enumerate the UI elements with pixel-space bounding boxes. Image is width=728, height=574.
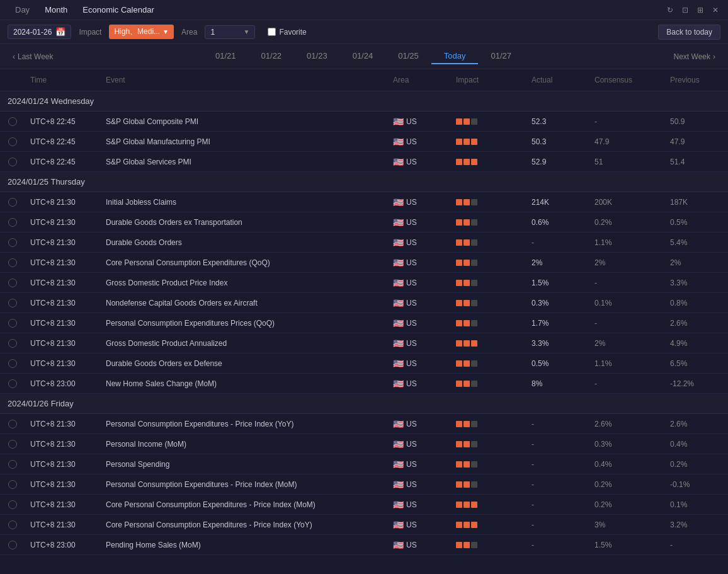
favorite-checkbox[interactable] <box>268 28 276 36</box>
refresh-icon[interactable]: ↻ <box>665 5 675 15</box>
row-actual: 1.5% <box>526 276 589 290</box>
row-impact <box>451 156 526 168</box>
calendar-icon: 📅 <box>55 27 65 37</box>
table-row[interactable]: UTC+8 22:45 S&P Global Services PMI 🇺🇸 U… <box>0 152 728 172</box>
area-select[interactable]: 1 ▼ <box>205 25 255 39</box>
impact-bar <box>464 199 470 205</box>
table-row[interactable]: UTC+8 21:30 Personal Spending 🇺🇸 US - 0.… <box>0 454 728 474</box>
row-time: UTC+8 21:30 <box>25 336 101 350</box>
row-time: UTC+8 23:00 <box>25 377 101 391</box>
row-event: New Home Sales Change (MoM) <box>101 377 388 391</box>
table-row[interactable]: UTC+8 21:30 Durable Goods Orders ex Defe… <box>0 353 728 374</box>
table-row[interactable]: UTC+8 22:45 S&P Global Composite PMI 🇺🇸 … <box>0 112 728 132</box>
nav-date-01-25[interactable]: 01/25 <box>385 49 431 64</box>
country-flag: 🇺🇸 <box>393 137 404 147</box>
restore-icon[interactable]: ⊡ <box>680 5 690 15</box>
impact-bar <box>456 441 462 447</box>
prev-week-button[interactable]: ‹ Last Week <box>8 50 58 64</box>
table-row[interactable]: UTC+8 21:30 Personal Consumption Expendi… <box>0 313 728 333</box>
table-row[interactable]: UTC+8 21:30 Initial Jobless Claims 🇺🇸 US… <box>0 192 728 212</box>
col-previous: Previous <box>665 73 728 87</box>
row-consensus: 3% <box>589 518 665 532</box>
area-code: US <box>406 218 417 227</box>
nav-date-01-27[interactable]: 01/27 <box>478 49 524 64</box>
impact-bar <box>456 522 462 528</box>
table-row[interactable]: UTC+8 21:30 Nondefense Capital Goods Ord… <box>0 293 728 313</box>
row-icon <box>0 296 25 310</box>
impact-bar <box>456 461 462 468</box>
next-week-button[interactable]: Next Week › <box>669 50 720 64</box>
row-area: 🇺🇸 US <box>388 477 451 492</box>
area-code: US <box>406 379 417 388</box>
row-time: UTC+8 21:30 <box>25 417 101 431</box>
country-flag: 🇺🇸 <box>393 217 404 227</box>
row-impact <box>451 277 526 289</box>
impact-bar <box>471 199 477 205</box>
nav-date-01-24[interactable]: 01/24 <box>340 49 386 64</box>
row-circle-icon <box>8 500 17 509</box>
row-consensus: 0.3% <box>589 437 665 451</box>
row-area: 🇺🇸 US <box>388 497 451 512</box>
row-impact <box>451 499 526 510</box>
col-impact: Impact <box>451 73 526 87</box>
impact-bar <box>471 461 477 468</box>
row-event: Gross Domestic Product Price Index <box>101 276 388 290</box>
table-row[interactable]: UTC+8 21:30 Personal Consumption Expendi… <box>0 474 728 495</box>
table-row[interactable]: UTC+8 21:30 Personal Consumption Expendi… <box>0 414 728 434</box>
row-consensus: 0.2% <box>589 215 665 229</box>
table-row[interactable]: UTC+8 21:30 Durable Goods Orders 🇺🇸 US -… <box>0 232 728 253</box>
table-row[interactable]: UTC+8 21:30 Core Personal Consumption Ex… <box>0 253 728 273</box>
row-impact <box>451 237 526 248</box>
table-row[interactable]: UTC+8 21:30 Gross Domestic Product Price… <box>0 273 728 293</box>
nav-date-01-22[interactable]: 01/22 <box>249 49 295 64</box>
row-event: Personal Spending <box>101 457 388 471</box>
table-row[interactable]: UTC+8 22:45 S&P Global Manufacturing PMI… <box>0 132 728 152</box>
impact-bar <box>464 139 470 145</box>
area-code: US <box>406 158 417 166</box>
row-previous: 50.9 <box>665 115 728 129</box>
table-row[interactable]: UTC+8 21:30 Core Personal Consumption Ex… <box>0 515 728 535</box>
close-icon[interactable]: ✕ <box>710 5 720 15</box>
row-area: 🇺🇸 US <box>388 114 451 129</box>
date-picker[interactable]: 2024-01-26 📅 <box>8 25 71 39</box>
table-row[interactable]: UTC+8 21:30 Personal Income (MoM) 🇺🇸 US … <box>0 434 728 454</box>
row-impact <box>451 136 526 147</box>
row-icon <box>0 215 25 229</box>
area-code: US <box>406 299 417 307</box>
tab-month[interactable]: Month <box>37 3 75 17</box>
impact-bar <box>464 360 470 367</box>
country-flag: 🇺🇸 <box>393 197 404 207</box>
table-row[interactable]: UTC+8 23:00 New Home Sales Change (MoM) … <box>0 374 728 394</box>
area-code: US <box>406 198 417 207</box>
row-impact <box>451 378 526 389</box>
col-event: Event <box>101 73 388 87</box>
tab-day[interactable]: Day <box>8 3 37 17</box>
table-row[interactable]: UTC+8 21:30 Core Personal Consumption Ex… <box>0 495 728 515</box>
back-to-today-button[interactable]: Back to today <box>658 25 720 40</box>
row-previous: 0.2% <box>665 457 728 471</box>
favorite-checkbox-container[interactable]: Favorite <box>268 28 306 37</box>
impact-bar <box>471 139 477 145</box>
date-group-header: 2024/01/26 Friday <box>0 394 728 414</box>
impact-bar <box>456 360 462 367</box>
row-event: S&P Global Composite PMI <box>101 115 388 129</box>
impact-select[interactable]: High、Medi... ▼ <box>109 25 174 39</box>
area-code: US <box>406 420 417 428</box>
row-previous: 5.4% <box>665 236 728 250</box>
nav-date-01-23[interactable]: 01/23 <box>294 49 340 64</box>
row-previous: 6.5% <box>665 357 728 370</box>
row-circle-icon <box>8 238 17 247</box>
table-row[interactable]: UTC+8 23:00 Pending Home Sales (MoM) 🇺🇸 … <box>0 535 728 555</box>
impact-bar <box>456 260 462 266</box>
row-area: 🇺🇸 US <box>388 316 451 331</box>
table-row[interactable]: UTC+8 21:30 Durable Goods Orders ex Tran… <box>0 212 728 232</box>
row-consensus: 2% <box>589 256 665 270</box>
nav-date-Today[interactable]: Today <box>431 49 479 64</box>
table-row[interactable]: UTC+8 21:30 Gross Domestic Product Annua… <box>0 333 728 353</box>
titlebar-tabs: Day Month <box>8 3 75 17</box>
row-circle-icon <box>8 420 17 428</box>
row-event: Core Personal Consumption Expenditures -… <box>101 518 388 532</box>
maximize-icon[interactable]: ⊞ <box>695 5 705 15</box>
nav-date-01-21[interactable]: 01/21 <box>203 49 249 64</box>
row-time: UTC+8 21:30 <box>25 256 101 270</box>
